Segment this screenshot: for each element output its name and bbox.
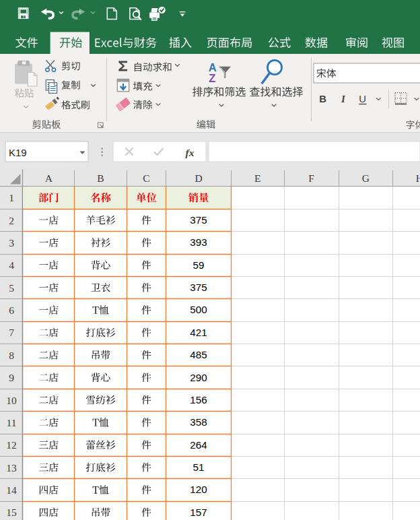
svg-text:U: U	[359, 94, 366, 104]
svg-text:G: G	[362, 172, 370, 184]
svg-text:B: B	[319, 94, 326, 104]
svg-text:Z: Z	[209, 72, 215, 84]
svg-text:264: 264	[190, 439, 207, 451]
svg-text:12: 12	[6, 439, 17, 451]
svg-text:5: 5	[9, 282, 14, 294]
svg-text:10: 10	[6, 395, 17, 406]
svg-text:F: F	[308, 172, 314, 184]
svg-text:11: 11	[7, 417, 17, 428]
svg-text:fx: fx	[186, 147, 195, 158]
svg-text:3: 3	[9, 237, 14, 249]
svg-text:13: 13	[6, 462, 17, 474]
svg-text:156: 156	[190, 394, 207, 405]
svg-text:B: B	[97, 172, 104, 184]
svg-text:15: 15	[6, 507, 17, 518]
svg-text:C: C	[143, 172, 149, 184]
svg-text:D: D	[195, 172, 202, 184]
svg-text:14: 14	[6, 484, 17, 496]
svg-text:8: 8	[9, 350, 14, 361]
svg-text:E: E	[254, 172, 260, 184]
svg-text:485: 485	[190, 349, 207, 360]
svg-text:393: 393	[190, 236, 207, 248]
svg-text:7: 7	[9, 327, 14, 338]
svg-text:H: H	[416, 172, 420, 184]
svg-text:290: 290	[190, 372, 207, 383]
svg-text:120: 120	[190, 484, 207, 495]
svg-text:421: 421	[190, 327, 207, 338]
svg-text:500: 500	[190, 304, 207, 315]
svg-text:4: 4	[9, 259, 14, 271]
svg-text:K19: K19	[9, 147, 27, 158]
svg-text:2: 2	[9, 215, 14, 226]
svg-text:6: 6	[9, 304, 14, 316]
svg-text:1: 1	[9, 192, 14, 203]
svg-text:A: A	[45, 172, 53, 184]
svg-text:59: 59	[193, 259, 205, 271]
svg-text:51: 51	[193, 461, 205, 473]
svg-text:157: 157	[190, 507, 207, 518]
svg-text:358: 358	[190, 416, 207, 428]
svg-text:375: 375	[190, 214, 207, 226]
svg-text:375: 375	[190, 282, 207, 293]
svg-text:I: I	[341, 94, 346, 104]
svg-text:9: 9	[9, 372, 14, 383]
svg-text:A: A	[209, 61, 217, 73]
